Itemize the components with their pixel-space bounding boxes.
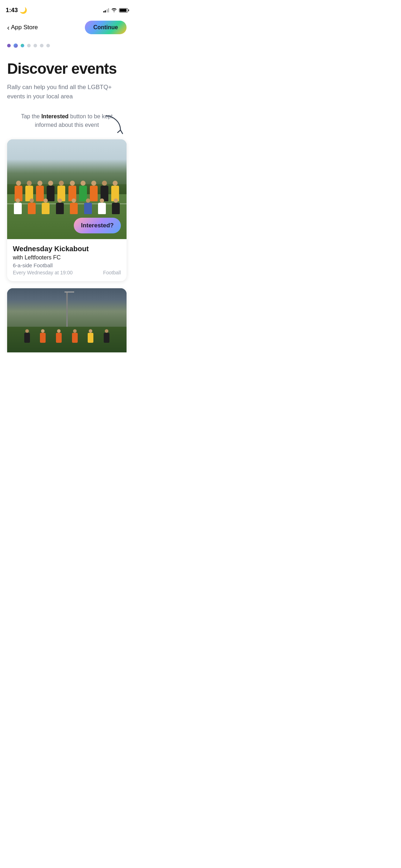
progress-dot-3 [21, 44, 24, 47]
progress-dot-7 [46, 44, 50, 47]
event-type-1: 6-a-side Football [13, 262, 121, 268]
event-card-1: Interested? Wednesday Kickabout with Lef… [7, 139, 127, 281]
status-time: 1:43 🌙 [6, 7, 27, 14]
event-title-1: Wednesday Kickabout [13, 245, 121, 253]
event-card-2 [7, 288, 127, 352]
event-organizer-1: with Leftfooters FC [13, 254, 121, 261]
continue-button[interactable]: Continue [85, 21, 127, 34]
cards-container: Interested? Wednesday Kickabout with Lef… [0, 139, 134, 352]
event-image-1: Interested? [7, 139, 127, 239]
back-label: App Store [11, 24, 38, 31]
back-button[interactable]: ‹ App Store [7, 24, 38, 32]
instruction-text: Tap the Interested button to be kept inf… [21, 112, 113, 129]
instruction-area: Tap the Interested button to be kept inf… [7, 112, 127, 129]
moon-icon: 🌙 [20, 7, 27, 14]
time-text: 1:43 [6, 7, 18, 14]
progress-dot-2 [14, 43, 18, 48]
event-info-1: Wednesday Kickabout with Leftfooters FC … [7, 239, 127, 281]
wifi-icon [111, 8, 117, 13]
chevron-left-icon: ‹ [7, 24, 10, 32]
progress-dot-6 [40, 44, 43, 47]
nav-bar: ‹ App Store Continue [0, 17, 134, 38]
progress-dot-5 [34, 44, 37, 47]
status-icons [103, 8, 128, 13]
instruction-bold: Interested [41, 113, 68, 119]
battery-icon [119, 8, 128, 12]
event-image-2 [7, 288, 127, 352]
page-subtitle: Rally can help you find all the LGBTQ+ e… [7, 83, 127, 101]
progress-dot-4 [27, 44, 31, 47]
event-schedule-row-1: Every Wednesday at 19:00 Football [13, 270, 121, 275]
event-schedule-1: Every Wednesday at 19:00 [13, 270, 73, 275]
progress-dot-1 [7, 44, 11, 47]
main-content: Discover events Rally can help you find … [0, 53, 134, 129]
interested-button-1[interactable]: Interested? [74, 218, 121, 233]
page-title: Discover events [7, 61, 127, 77]
event-category-1: Football [103, 270, 121, 275]
progress-dots [0, 38, 134, 53]
curved-arrow-icon [103, 114, 123, 139]
status-bar: 1:43 🌙 [0, 0, 134, 16]
signal-icon [103, 8, 109, 12]
